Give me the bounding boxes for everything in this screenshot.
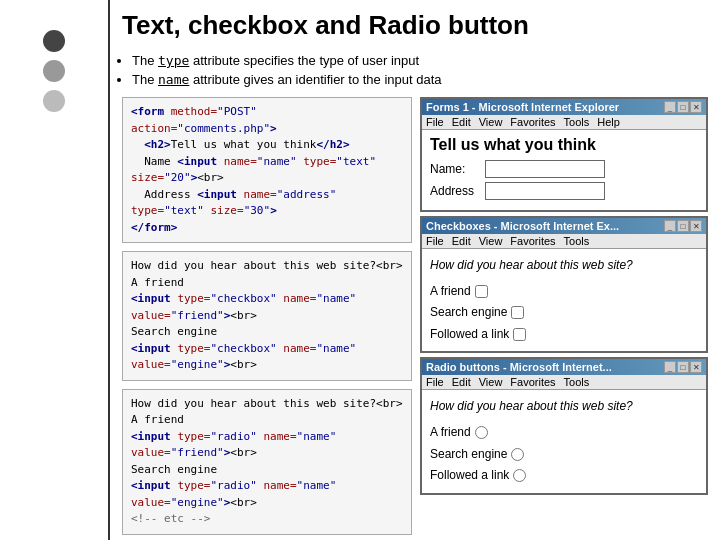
- code-attr3: name=: [224, 155, 257, 168]
- code-block-3: How did you hear about this web site?<br…: [122, 389, 412, 535]
- form-label-name: Name:: [430, 162, 485, 176]
- bullet-2: The name attribute gives an identifier t…: [132, 72, 708, 87]
- cb2-kw1: <input: [131, 292, 171, 305]
- cb2-attr1: type=: [177, 292, 210, 305]
- cb2-kw2: >: [224, 309, 231, 322]
- menu3-tools[interactable]: Tools: [564, 376, 590, 388]
- check-label-friend: A friend: [430, 281, 471, 303]
- radio-followed[interactable]: [513, 469, 526, 482]
- browser-checkboxes: Checkboxes - Microsoft Internet Ex... _ …: [420, 216, 708, 353]
- close-btn-3[interactable]: ✕: [690, 361, 702, 373]
- left-column: <form method="POST" action="comments.php…: [122, 97, 412, 540]
- code-val2: "comments.php": [177, 122, 270, 135]
- close-btn[interactable]: ✕: [690, 101, 702, 113]
- cb2-attr6: value=: [131, 358, 171, 371]
- form-label-address: Address: [430, 184, 485, 198]
- browser-1-wrap: Forms 1 - Microsoft Internet Explorer _ …: [420, 97, 708, 212]
- cb3-attr6: value=: [131, 496, 171, 509]
- checkbox-search[interactable]: [511, 306, 524, 319]
- browser-1-titlebar: Forms 1 - Microsoft Internet Explorer _ …: [422, 99, 706, 115]
- cb3-kw4: >: [224, 496, 231, 509]
- browser-2-content: How did you hear about this web site? A …: [422, 249, 706, 351]
- restore-btn-3[interactable]: □: [677, 361, 689, 373]
- code-val: "POST": [217, 105, 257, 118]
- minimize-btn-2[interactable]: _: [664, 220, 676, 232]
- form-row-name: Name:: [430, 160, 698, 178]
- cb3-attr4: type=: [177, 479, 210, 492]
- dot-3: [43, 90, 65, 112]
- browser-3-menubar: File Edit View Favorites Tools: [422, 375, 706, 390]
- browser-2-winbtns[interactable]: _ □ ✕: [664, 220, 702, 232]
- minimize-btn[interactable]: _: [664, 101, 676, 113]
- form-input-name[interactable]: [485, 160, 605, 178]
- cb2-val4: "checkbox": [211, 342, 277, 355]
- cb2-kw4: >: [224, 358, 231, 371]
- main-content: Text, checkbox and Radio button The type…: [110, 0, 720, 540]
- menu-help[interactable]: Help: [597, 116, 620, 128]
- radio-question: How did you hear about this web site?: [430, 396, 698, 418]
- menu3-edit[interactable]: Edit: [452, 376, 471, 388]
- menu2-tools[interactable]: Tools: [564, 235, 590, 247]
- checkbox-followed[interactable]: [513, 328, 526, 341]
- form-title: Tell us what you think: [430, 136, 698, 154]
- code-kw9: </form>: [131, 221, 177, 234]
- bullet-1: The type attribute specifies the type of…: [132, 53, 708, 68]
- form-input-address[interactable]: [485, 182, 605, 200]
- menu2-favorites[interactable]: Favorites: [510, 235, 555, 247]
- browser-1-title: Forms 1 - Microsoft Internet Explorer: [426, 101, 619, 113]
- code-val8: "30": [244, 204, 271, 217]
- menu3-file[interactable]: File: [426, 376, 444, 388]
- form-row-address: Address: [430, 182, 698, 200]
- cb2-attr4: type=: [177, 342, 210, 355]
- cb3-comment: <!-- etc -->: [131, 512, 210, 525]
- cb3-val5: "name": [297, 479, 337, 492]
- sidebar: [0, 0, 110, 540]
- menu-file[interactable]: File: [426, 116, 444, 128]
- menu2-edit[interactable]: Edit: [452, 235, 471, 247]
- cb3-val2: "name": [297, 430, 337, 443]
- browser-2-title: Checkboxes - Microsoft Internet Ex...: [426, 220, 619, 232]
- cb3-attr3: value=: [131, 446, 171, 459]
- browser-3-titlebar: Radio buttons - Microsoft Internet... _ …: [422, 359, 706, 375]
- checkbox-friend[interactable]: [475, 285, 488, 298]
- menu-favorites[interactable]: Favorites: [510, 116, 555, 128]
- menu-edit[interactable]: Edit: [452, 116, 471, 128]
- checkbox-content: How did you hear about this web site? A …: [430, 255, 698, 345]
- restore-btn-2[interactable]: □: [677, 220, 689, 232]
- code-kw: <form: [131, 105, 164, 118]
- browser-3-content: How did you hear about this web site? A …: [422, 390, 706, 492]
- browser-1-content: Tell us what you think Name: Address: [422, 130, 706, 210]
- menu3-view[interactable]: View: [479, 376, 503, 388]
- cb3-kw2: >: [224, 446, 231, 459]
- radio-row-followed: Followed a link: [430, 465, 698, 487]
- radio-row-search: Search engine: [430, 444, 698, 466]
- code-val3: "name": [257, 155, 297, 168]
- right-column: Forms 1 - Microsoft Internet Explorer _ …: [420, 97, 708, 540]
- radio-search[interactable]: [511, 448, 524, 461]
- type-code: type: [158, 53, 189, 68]
- menu-view[interactable]: View: [479, 116, 503, 128]
- close-btn-2[interactable]: ✕: [690, 220, 702, 232]
- menu2-file[interactable]: File: [426, 235, 444, 247]
- dot-1: [43, 30, 65, 52]
- menu-tools[interactable]: Tools: [564, 116, 590, 128]
- browser-3-wrap: Radio buttons - Microsoft Internet... _ …: [420, 357, 708, 494]
- minimize-btn-3[interactable]: _: [664, 361, 676, 373]
- menu3-favorites[interactable]: Favorites: [510, 376, 555, 388]
- code-kw3: <h2>: [144, 138, 171, 151]
- cb2-this: this: [283, 259, 310, 272]
- code-val6: "address": [277, 188, 337, 201]
- menu2-view[interactable]: View: [479, 235, 503, 247]
- code-attr5: size=: [131, 171, 164, 184]
- browser-forms: Forms 1 - Microsoft Internet Explorer _ …: [420, 97, 708, 212]
- bullet-2-text: The name attribute gives an identifier t…: [132, 72, 442, 87]
- cb2-val6: "engine": [171, 358, 224, 371]
- restore-btn[interactable]: □: [677, 101, 689, 113]
- cb3-this: this: [283, 397, 310, 410]
- cb3-kw3: <input: [131, 479, 171, 492]
- radio-friend[interactable]: [475, 426, 488, 439]
- code-val4: "text": [336, 155, 376, 168]
- browser-1-winbtns[interactable]: _ □ ✕: [664, 101, 702, 113]
- cb2-attr2: name=: [283, 292, 316, 305]
- browser-3-winbtns[interactable]: _ □ ✕: [664, 361, 702, 373]
